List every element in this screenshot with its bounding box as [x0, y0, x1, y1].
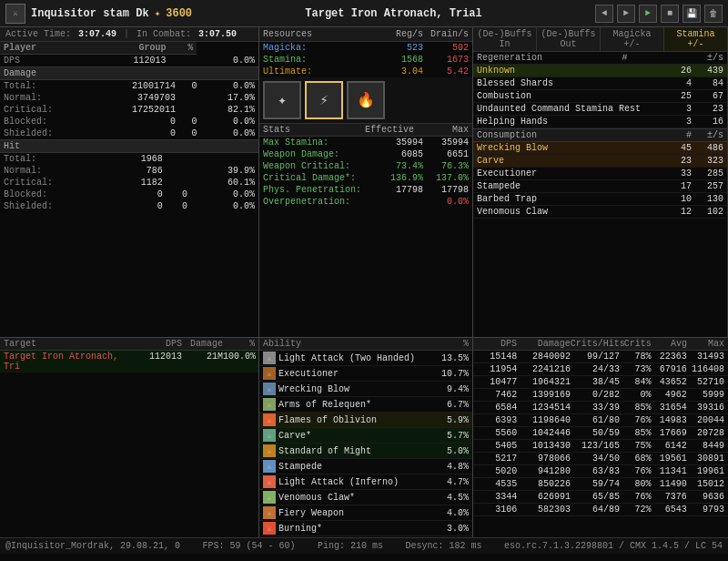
dps-val: 112013 — [85, 55, 169, 67]
ability-row[interactable]: ⚔ Light Attack (Inferno) 4.7% — [259, 474, 472, 490]
dmg-row[interactable]: 5405 1013430 123/165 75% 6142 8449 — [473, 440, 728, 453]
cons-name: Executioner — [477, 168, 669, 178]
dmg-row[interactable]: 7462 1399169 0/282 0% 4962 5999 — [473, 389, 728, 402]
dmg-row[interactable]: 6584 1234514 33/39 85% 31654 39316 — [473, 402, 728, 414]
cons-count: 45 — [669, 143, 692, 153]
status-fps: FPS: 59 (54 - 60) — [202, 541, 295, 551]
bottom-center: Ability % ⚔ Light Attack (Two Handed) 13… — [259, 338, 473, 537]
dr-crithit: 34/50 — [571, 454, 620, 464]
nav-back-button[interactable]: ◄ — [595, 5, 613, 23]
dmg-normal-pct: 17.9% — [200, 92, 258, 104]
dr-crits: 76% — [620, 492, 651, 502]
dr-dps: 6393 — [477, 415, 517, 425]
ability-list: ⚔ Light Attack (Two Handed) 13.5% ⚔ Exec… — [259, 351, 472, 537]
dmg-row[interactable]: 10477 1964321 38/45 84% 43652 52710 — [473, 376, 728, 389]
ability-row[interactable]: ⚔ Arms of Relequen* 6.7% — [259, 397, 472, 413]
ability-name: Light Attack (Inferno) — [278, 477, 432, 487]
ability-row[interactable]: ⚔ Carve* 5.7% — [259, 428, 472, 444]
nav-play-button[interactable]: ► — [639, 5, 657, 23]
ability-icon: ⚔ — [263, 413, 276, 426]
dr-dps: 3106 — [477, 505, 517, 515]
cons-count: 10 — [669, 194, 692, 204]
cons-count: 17 — [669, 181, 692, 191]
buff-rate: 439 — [692, 66, 723, 76]
buff-count: 25 — [669, 91, 692, 101]
consumption-label: Consumption — [477, 130, 669, 140]
ability-row[interactable]: ⚔ Executioner 10.7% — [259, 366, 472, 382]
dmg-crit-row: Critical: 17252011 82.1% — [0, 104, 258, 116]
dr-avg: 22363 — [651, 352, 686, 362]
weapon-dmg-label: Weapon Damage: — [263, 149, 369, 159]
eff-label: Effective — [359, 125, 414, 135]
cons-count: 23 — [669, 156, 692, 166]
stop-button[interactable]: ■ — [661, 5, 679, 23]
target-row[interactable]: Target Iron Atronach, Tri 112013 21M 100… — [0, 351, 258, 372]
dr-crithit: 24/33 — [571, 364, 620, 374]
ability-icon: ⚔ — [263, 506, 276, 519]
dmg-row[interactable]: 5217 978066 34/50 68% 19561 30891 — [473, 453, 728, 465]
dr-crithit: 0/282 — [571, 390, 620, 400]
ability-icon: ⚔ — [263, 444, 276, 457]
hit-total-row: Total: 1968 — [0, 153, 258, 165]
dr-avg: 67916 — [651, 364, 686, 374]
ability-row[interactable]: ⚔ Flames of Oblivion 5.9% — [259, 413, 472, 428]
dmg-crit-pct: 82.1% — [200, 104, 258, 116]
dr-crithit: 33/39 — [571, 403, 620, 413]
dr-dps: 10477 — [477, 377, 517, 387]
hit-normal-val: 786 — [110, 165, 167, 177]
ability-row[interactable]: ⚔ Burning* 3.0% — [259, 521, 472, 536]
dmg-row[interactable]: 15148 2840092 99/127 78% 22363 31493 — [473, 351, 728, 363]
overpenetration-stat-row: Overpenetration: 0.0% — [259, 196, 472, 208]
dr-avg: 14983 — [651, 415, 686, 425]
active-time-val: 3:07.49 — [78, 29, 116, 39]
consumption-item: Wrecking Blow 45 486 — [473, 142, 727, 155]
dr-dmg: 850226 — [517, 479, 571, 489]
dr-max: 116408 — [687, 364, 724, 374]
dr-crits: 76% — [620, 415, 651, 425]
dmg-row[interactable]: 5020 941280 63/83 76% 11341 19961 — [473, 465, 728, 478]
time-row: Active Time: 3:07.49 | In Combat: 3:07.5… — [0, 27, 258, 42]
consumption-item: Barbed Trap 10 130 — [473, 193, 727, 206]
delete-button[interactable]: 🗑 — [704, 5, 723, 23]
dr-dps: 5020 — [477, 466, 517, 476]
overpenetration-val: 0.0% — [414, 197, 469, 207]
buff-count: 3 — [669, 104, 692, 114]
ability-name: Carve* — [278, 431, 432, 441]
dr-max: 20044 — [687, 415, 724, 425]
dmg-row[interactable]: 3106 582303 64/89 72% 6543 9793 — [473, 504, 728, 516]
ability-icon: ⚔ — [263, 460, 276, 473]
ability-row[interactable]: ⚔ Light Attack (Two Handed) 13.5% — [259, 351, 472, 366]
debuffs-out-label: (De-)Buffs Out — [537, 27, 601, 51]
damage-section-header: Damage — [0, 66, 258, 80]
dmg-row[interactable]: 4535 850226 59/74 80% 11490 15012 — [473, 478, 728, 491]
ability-row[interactable]: ⚔ Wrecking Blow 9.4% — [259, 382, 472, 397]
target-pct-label: % — [223, 339, 255, 349]
max-stam-eff: 35994 — [369, 138, 423, 148]
max-stam-label: Max Stamina: — [263, 138, 369, 148]
ability-icon: ⚔ — [263, 522, 276, 535]
dr-crits: 72% — [620, 505, 651, 515]
weapon-crit-stat-row: Weapon Critical: 73.4% 76.3% — [259, 160, 472, 172]
dr-dps: 3344 — [477, 492, 517, 502]
save-button[interactable]: 💾 — [682, 5, 701, 23]
ability-row[interactable]: ⚔ Standard of Might 5.0% — [259, 444, 472, 459]
ability-row[interactable]: ⚔ Venomous Claw* 4.5% — [259, 490, 472, 505]
ability-row[interactable]: ⚔ Fiery Weapon 4.0% — [259, 505, 472, 521]
skill-icon-2[interactable]: ⚡ — [305, 81, 343, 119]
magicka-reg: 523 — [378, 43, 423, 53]
dmg-row[interactable]: 11954 2241216 24/33 73% 67916 116408 — [473, 363, 728, 376]
ability-row[interactable]: ⚔ Stampede 4.8% — [259, 459, 472, 474]
dmg-row[interactable]: 6393 1198640 61/80 76% 14983 20044 — [473, 414, 728, 427]
consumption-list: Wrecking Blow 45 486 Carve 23 323 Execut… — [473, 142, 727, 219]
dmg-row[interactable]: 5560 1042446 50/59 85% 17669 20728 — [473, 427, 728, 440]
skill-icon-1[interactable]: ✦ — [263, 81, 301, 119]
nav-fwd-button[interactable]: ► — [617, 5, 635, 23]
resources-header: Resources Reg/s Drain/s — [259, 27, 472, 42]
dps-pct: 0.0% — [197, 55, 258, 67]
consumption-item: Stampede 17 257 — [473, 180, 727, 193]
ability-row[interactable]: ⚔ Barbed Trap* 2.8% — [259, 536, 472, 537]
dmg-blocked-label: Blocked: — [0, 116, 95, 128]
dmg-row[interactable]: 3344 626991 65/85 76% 7376 9636 — [473, 491, 728, 504]
skill-icon-3[interactable]: 🔥 — [347, 81, 385, 119]
status-left: @Inquisitor_Mordrak, 29.08.21, 0 — [5, 541, 180, 551]
